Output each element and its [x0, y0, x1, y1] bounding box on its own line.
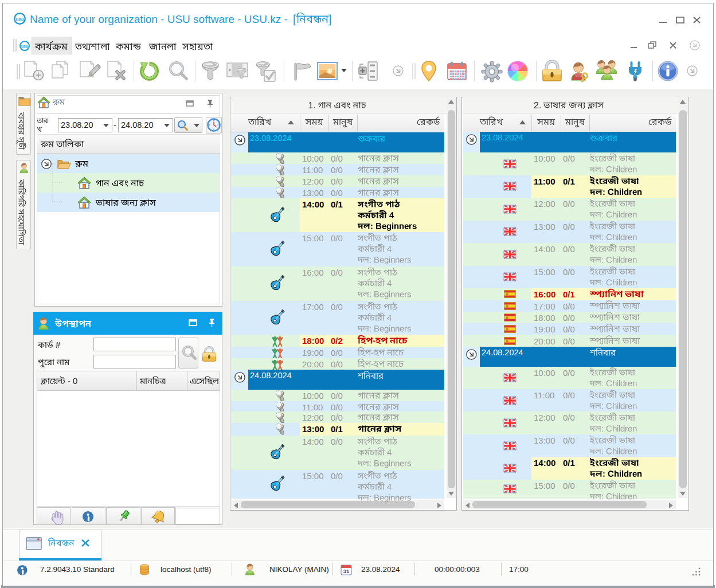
svg-text:usu: usu — [21, 44, 28, 48]
svg-text:usu: usu — [15, 17, 24, 22]
svg-text:31: 31 — [343, 568, 350, 574]
